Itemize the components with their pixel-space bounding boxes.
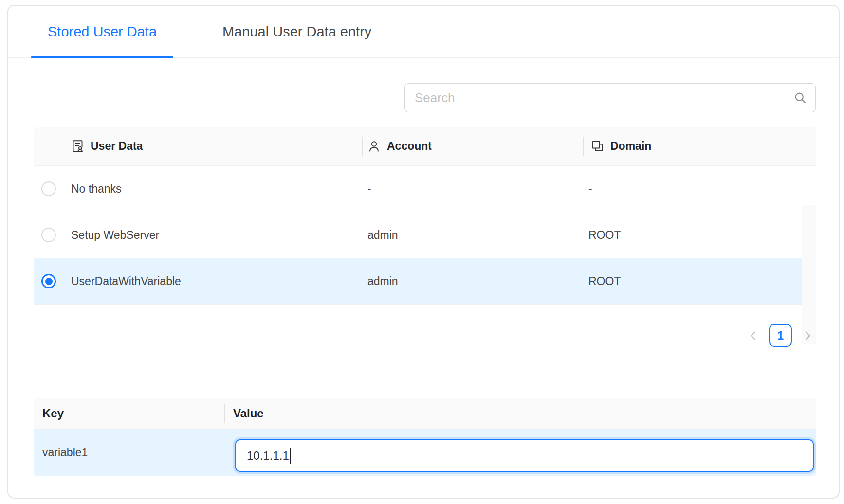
text-cursor [290, 448, 291, 464]
search-button[interactable] [785, 83, 816, 112]
header-divider [583, 137, 584, 156]
block-icon [591, 140, 604, 153]
cell-key: variable1 [42, 429, 88, 476]
search-icon [793, 91, 807, 105]
table-body: No thanks - - Setup WebServer admin ROOT… [34, 166, 816, 305]
column-header-user-data: User Data [71, 127, 143, 165]
column-label-account: Account [387, 140, 432, 153]
pagination-prev-button[interactable] [746, 324, 761, 347]
radio-selected[interactable] [41, 274, 56, 288]
column-header-value: Value [233, 398, 264, 429]
user-data-panel: Stored User Data Manual User Data entry [7, 5, 840, 499]
tab-bar: Stored User Data Manual User Data entry [8, 6, 839, 58]
column-label-domain: Domain [610, 140, 651, 153]
key-value-table: Key Value variable1 10.1.1.1 [34, 398, 816, 476]
search-bar [404, 83, 816, 112]
value-input-text: 10.1.1.1 [247, 449, 289, 463]
cell-domain: - [588, 182, 592, 196]
tab-stored-user-data-label: Stored User Data [48, 24, 157, 40]
key-value-row: variable1 10.1.1.1 [34, 429, 816, 476]
cell-domain: ROOT [588, 275, 621, 288]
user-data-table: User Data Account Domain [34, 127, 816, 305]
radio-unselected[interactable] [41, 228, 56, 242]
cell-user-data: UserDataWithVariable [71, 275, 181, 288]
header-divider [224, 404, 225, 423]
tab-manual-user-data-entry[interactable]: Manual User Data entry [206, 6, 388, 57]
radio-unselected[interactable] [41, 181, 56, 196]
pagination-page-1[interactable]: 1 [769, 324, 792, 347]
column-label-user-data: User Data [91, 140, 143, 153]
table-row[interactable]: Setup WebServer admin ROOT [34, 212, 802, 258]
chevron-right-icon [802, 330, 813, 341]
cell-account: admin [367, 229, 398, 242]
chevron-left-icon [748, 330, 759, 341]
user-icon [367, 140, 381, 153]
cell-account: - [367, 182, 371, 196]
column-header-key: Key [42, 398, 64, 429]
search-input[interactable] [404, 83, 785, 112]
cell-user-data: No thanks [71, 182, 122, 196]
pagination-next-button[interactable] [800, 324, 815, 347]
tab-stored-user-data[interactable]: Stored User Data [31, 6, 173, 57]
table-scrollbar-track[interactable] [802, 205, 816, 344]
pagination: 1 [8, 324, 815, 347]
table-row[interactable]: No thanks - - [34, 166, 802, 212]
pagination-current-page: 1 [777, 329, 784, 342]
header-divider [362, 137, 363, 156]
value-input[interactable]: 10.1.1.1 [235, 439, 814, 472]
table-header: User Data Account Domain [34, 127, 816, 166]
key-value-header: Key Value [34, 398, 816, 429]
table-row-selected[interactable]: UserDataWithVariable admin ROOT [34, 258, 802, 305]
cell-account: admin [367, 275, 398, 288]
column-header-domain: Domain [591, 127, 651, 165]
column-header-account: Account [367, 127, 432, 165]
profile-document-icon [71, 140, 84, 153]
active-tab-indicator [31, 56, 173, 58]
cell-domain: ROOT [588, 229, 621, 242]
cell-user-data: Setup WebServer [71, 229, 159, 242]
tab-manual-user-data-entry-label: Manual User Data entry [222, 24, 371, 40]
